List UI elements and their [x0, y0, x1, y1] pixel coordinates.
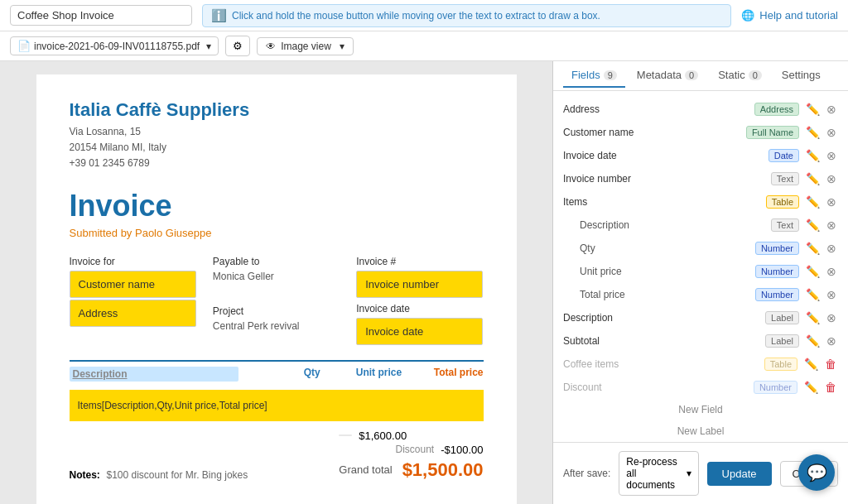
- right-panel: Fields 9 Metadata 0 Static 0 Settings Ad…: [553, 61, 848, 504]
- field-name-desc-label: Description: [563, 312, 760, 324]
- field-name-items: Items: [563, 196, 761, 208]
- edit-icon-qty[interactable]: ✏️: [804, 240, 822, 257]
- filter-button[interactable]: ⚙: [225, 36, 250, 56]
- col-qty: Qty: [238, 367, 320, 382]
- document-header: Italia Caffè Suppliers Via Losanna, 15 2…: [70, 99, 484, 172]
- tab-metadata[interactable]: Metadata 0: [629, 64, 706, 88]
- edit-icon-coffee-items[interactable]: ✏️: [802, 356, 820, 372]
- delete-icon-invoice-date[interactable]: ⊗: [825, 147, 838, 164]
- fields-list: Address Address ✏️ ⊗ Customer name Full …: [553, 91, 848, 442]
- tab-settings[interactable]: Settings: [773, 64, 829, 88]
- after-save-select[interactable]: Re-process all documents ▾: [619, 451, 698, 496]
- field-type-total-price: Number: [755, 288, 799, 301]
- edit-icon-unit-price[interactable]: ✏️: [804, 263, 822, 280]
- invoice-date-box: Invoice date: [356, 318, 483, 345]
- chevron-down-icon: ▾: [687, 468, 691, 479]
- field-actions-coffee-items: ✏️ 🗑: [802, 356, 838, 372]
- field-actions-qty: ✏️ ⊗: [804, 240, 838, 257]
- edit-icon-items[interactable]: ✏️: [804, 194, 822, 210]
- delete-icon-customer-name[interactable]: ⊗: [825, 124, 838, 141]
- edit-icon-invoice-date[interactable]: ✏️: [804, 147, 822, 164]
- delete-icon-coffee-items[interactable]: 🗑: [823, 356, 838, 372]
- field-actions-items: ✏️ ⊗: [804, 194, 838, 210]
- address-box: Address: [70, 300, 196, 327]
- field-row-total-price: Total price Number ✏️ ⊗: [553, 283, 848, 306]
- field-actions-desc-label: ✏️ ⊗: [804, 310, 838, 326]
- delete-icon-desc-label[interactable]: ⊗: [825, 310, 838, 326]
- delete-icon-discount[interactable]: 🗑: [823, 379, 838, 396]
- new-field-button[interactable]: New Field: [553, 399, 848, 420]
- notes-label: Notes:: [70, 469, 100, 481]
- edit-icon-address[interactable]: ✏️: [804, 101, 822, 118]
- file-selector[interactable]: 📄 invoice-2021-06-09-INV01118755.pdf ▾: [10, 36, 219, 55]
- delete-icon-invoice-number[interactable]: ⊗: [825, 170, 838, 187]
- grand-total-row: Grand total $1,500.00: [339, 459, 483, 481]
- delete-icon-items[interactable]: ⊗: [825, 194, 838, 210]
- filename: invoice-2021-06-09-INV01118755.pdf: [34, 41, 200, 52]
- field-name-unit-price: Unit price: [563, 266, 750, 277]
- field-type-qty: Number: [755, 242, 799, 255]
- field-row-invoice-number: Invoice number Text ✏️ ⊗: [553, 167, 848, 190]
- field-row-invoice-date: Invoice date Date ✏️ ⊗: [553, 144, 848, 167]
- field-name-address: Address: [563, 103, 749, 115]
- addr-line2: 20154 Milano MI, Italy: [70, 140, 484, 156]
- tab-fields-label: Fields: [571, 69, 600, 81]
- field-actions-discount: ✏️ 🗑: [802, 379, 838, 396]
- field-type-address: Address: [754, 103, 799, 116]
- edit-icon-customer-name[interactable]: ✏️: [804, 124, 822, 141]
- eye-icon: 👁: [266, 41, 276, 52]
- delete-icon-address[interactable]: ⊗: [825, 101, 838, 118]
- field-row-unit-price: Unit price Number ✏️ ⊗: [553, 260, 848, 283]
- invoice-date-label: Invoice date: [356, 303, 483, 314]
- invoice-for-col: Invoice for Customer name Address: [70, 256, 196, 347]
- edit-icon-subtotal[interactable]: ✏️: [804, 333, 822, 349]
- field-name-qty: Qty: [563, 242, 750, 254]
- discount-amount: -$100.00: [441, 444, 483, 456]
- delete-icon-subtotal[interactable]: ⊗: [825, 333, 838, 349]
- view-label: Image view: [281, 41, 331, 52]
- tab-static-label: Static: [718, 69, 745, 81]
- invoice-hash-label: Invoice #: [356, 256, 483, 267]
- edit-icon-invoice-number[interactable]: ✏️: [804, 170, 822, 187]
- field-row-description: Description Text ✏️ ⊗: [553, 214, 848, 237]
- top-bar: ℹ️ Click and hold the mouse button while…: [0, 0, 848, 31]
- payable-name: Monica Geller: [213, 271, 340, 282]
- field-type-description: Text: [771, 218, 799, 232]
- invoice-num-col: Invoice # Invoice number Invoice date In…: [356, 256, 483, 347]
- addr-line1: Via Losanna, 15: [70, 124, 484, 140]
- info-banner: ℹ️ Click and hold the mouse button while…: [202, 4, 731, 27]
- invoice-fields-section: Invoice for Customer name Address Payabl…: [70, 256, 484, 347]
- edit-icon-description[interactable]: ✏️: [804, 217, 822, 233]
- edit-icon-desc-label[interactable]: ✏️: [804, 310, 822, 326]
- document-title-input[interactable]: [10, 5, 192, 26]
- edit-icon-total-price[interactable]: ✏️: [804, 286, 822, 303]
- document-viewer: Italia Caffè Suppliers Via Losanna, 15 2…: [0, 61, 553, 504]
- field-name-invoice-date: Invoice date: [563, 150, 764, 161]
- tab-static[interactable]: Static 0: [710, 64, 770, 88]
- field-type-customer-name: Full Name: [746, 126, 799, 139]
- tab-metadata-label: Metadata: [637, 69, 682, 81]
- field-type-subtotal: Label: [765, 334, 799, 348]
- project-label: Project: [213, 305, 340, 317]
- update-button[interactable]: Update: [707, 462, 772, 486]
- field-type-unit-price: Number: [755, 265, 799, 278]
- tab-static-badge: 0: [749, 70, 762, 80]
- field-type-desc-label: Label: [765, 311, 799, 324]
- delete-icon-unit-price[interactable]: ⊗: [825, 263, 838, 280]
- col-unit-price: Unit price: [320, 367, 402, 382]
- help-icon: 🌐: [741, 9, 754, 22]
- submitted-by: Submitted by Paolo Giuseppe: [70, 227, 484, 239]
- view-selector[interactable]: 👁 Image view ▾: [257, 37, 354, 55]
- field-type-items: Table: [766, 195, 799, 209]
- edit-icon-discount[interactable]: ✏️: [802, 379, 820, 396]
- tab-settings-label: Settings: [782, 69, 821, 81]
- tab-fields[interactable]: Fields 9: [563, 64, 625, 88]
- totals-section: $1,600.00 Discount -$100.00 Grand total …: [339, 430, 483, 481]
- help-link[interactable]: 🌐 Help and tutorial: [741, 9, 838, 22]
- delete-icon-total-price[interactable]: ⊗: [825, 286, 838, 303]
- new-label-button[interactable]: New Label: [553, 420, 848, 442]
- delete-icon-description[interactable]: ⊗: [825, 217, 838, 233]
- info-icon: ℹ️: [211, 8, 227, 23]
- chat-button[interactable]: 💬: [798, 454, 835, 491]
- delete-icon-qty[interactable]: ⊗: [825, 240, 838, 257]
